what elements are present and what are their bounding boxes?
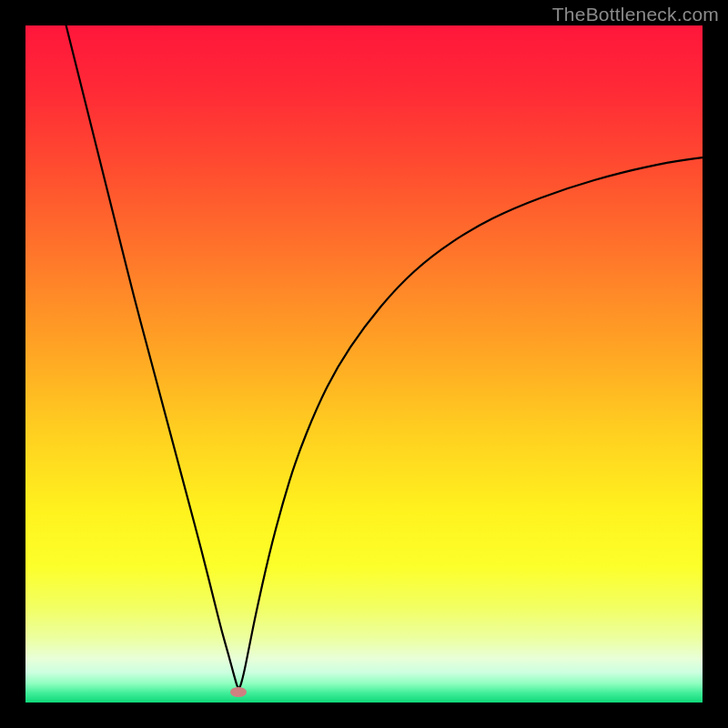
plot-area: [25, 25, 703, 703]
bottleneck-curve: [25, 25, 703, 703]
watermark-text: TheBottleneck.com: [552, 4, 719, 25]
chart-container: TheBottleneck.com: [0, 0, 728, 728]
